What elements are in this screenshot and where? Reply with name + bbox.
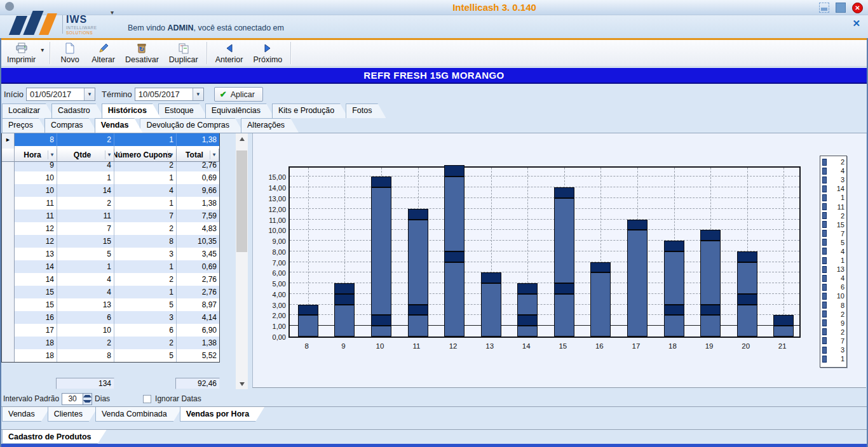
bar-segment-dark	[334, 294, 355, 305]
cell-hora: 15	[15, 298, 57, 311]
table-row[interactable]: 18221,38	[2, 337, 219, 349]
cell-qtde: 1	[57, 171, 114, 184]
table-row[interactable]: 14110,69	[2, 260, 219, 273]
minimize-icon[interactable]	[819, 3, 829, 13]
novo-button[interactable]: Novo	[53, 40, 86, 66]
table-row[interactable]: 14422,76	[2, 273, 219, 286]
tab-vendas-por-hora[interactable]: Vendas por Hora	[180, 407, 264, 422]
legend-swatch-icon	[822, 221, 827, 228]
tab-fotos[interactable]: Fotos	[346, 103, 386, 118]
duplicar-button[interactable]: Duplicar	[164, 40, 203, 66]
legend-swatch-icon	[822, 177, 827, 183]
bar-segment-light	[408, 220, 428, 305]
tab-compras[interactable]: Compras	[44, 118, 97, 133]
legend-value: 8	[829, 302, 844, 309]
scrollbar-thumb[interactable]	[236, 150, 247, 252]
tab-clientes[interactable]: Clientes	[48, 407, 98, 422]
tab-precos[interactable]: Preços	[2, 118, 47, 133]
cell-qtde: 7	[57, 222, 114, 235]
x-axis-tick-label: 13	[476, 342, 504, 350]
table-row[interactable]: 15412,76	[2, 286, 219, 298]
column-filter-caret-icon[interactable]: ▾	[105, 150, 113, 159]
tab-kits-e-producao[interactable]: Kits e Produção	[272, 103, 348, 118]
child-close-icon[interactable]: ✕	[852, 18, 860, 29]
bar-segment-dark	[334, 283, 355, 294]
tab-venda-combinada[interactable]: Venda Combinada	[95, 407, 182, 422]
table-row[interactable]: 151358,97	[2, 298, 219, 311]
x-axis-tick-label: 19	[695, 342, 723, 350]
tab-alteracoes[interactable]: Alterações	[241, 118, 299, 133]
tab-equivalencias[interactable]: Equivalências	[205, 103, 275, 118]
chart-plot-area	[288, 166, 801, 338]
table-row[interactable]: 171066,90	[2, 324, 219, 337]
spinner-up-icon[interactable]	[83, 394, 92, 399]
logo-menu-caret-icon[interactable]: ▾	[111, 9, 114, 16]
anterior-button[interactable]: Anterior	[210, 40, 248, 66]
tab-historicos[interactable]: Históricos	[102, 103, 161, 118]
interval-value[interactable]: 30	[62, 393, 83, 405]
legend-swatch-icon	[822, 293, 827, 300]
column-header-total[interactable]: Total▾	[177, 149, 219, 162]
imprimir-button[interactable]: Imprimir	[2, 40, 41, 66]
legend-swatch-icon	[822, 284, 827, 291]
x-axis-tick-label: 9	[329, 342, 357, 350]
table-row[interactable]: 12724,83	[2, 222, 219, 235]
ignore-dates-checkbox[interactable]	[143, 395, 151, 403]
column-filter-caret-icon[interactable]: ▾	[167, 150, 175, 159]
scroll-down-icon[interactable]	[236, 378, 248, 389]
legend-item: 1	[822, 256, 844, 265]
table-row[interactable]: 1215810,35	[2, 235, 219, 248]
table-scrollbar[interactable]	[236, 133, 248, 389]
cell-total: 1,38	[177, 133, 219, 146]
spinner-down-icon[interactable]	[83, 399, 92, 404]
cell-qtde: 1	[57, 260, 114, 273]
bar-segment-dark	[408, 305, 428, 316]
close-icon[interactable]: ✕	[852, 3, 863, 13]
interval-spinner[interactable]: 30	[62, 393, 92, 405]
column-filter-caret-icon[interactable]: ▾	[48, 150, 56, 159]
table-row[interactable]: ►8211,38	[2, 133, 219, 146]
legend-value: 1	[829, 355, 844, 363]
table-row[interactable]: 18855,52	[2, 349, 219, 362]
column-filter-caret-icon[interactable]: ▾	[210, 150, 218, 159]
tab-cadastro[interactable]: Cadastro	[51, 103, 104, 118]
apply-button[interactable]: ✔ Aplicar	[214, 87, 263, 102]
cell-qtde: 5	[57, 248, 114, 260]
column-header-qtde[interactable]: Qtde▾	[57, 149, 114, 162]
tab-localizar[interactable]: Localizar	[2, 103, 54, 118]
table-row[interactable]: 101449,66	[2, 184, 219, 197]
y-axis-tick-label: 3,00	[257, 302, 286, 309]
table-row[interactable]: 10110,69	[2, 171, 219, 184]
column-header-hora[interactable]: Hora▾	[15, 149, 57, 162]
legend-swatch-icon	[822, 266, 827, 273]
table-row[interactable]: 13533,45	[2, 248, 219, 260]
start-date-input[interactable]: 01/05/2017 ▾	[26, 88, 95, 101]
table-row[interactable]: 16634,14	[2, 311, 219, 324]
table-row[interactable]: 111177,59	[2, 210, 219, 222]
tab-vendas[interactable]: Vendas	[2, 407, 50, 422]
maximize-icon[interactable]	[836, 3, 846, 13]
end-date-input[interactable]: 10/05/2017 ▾	[135, 88, 204, 101]
cell-hora: 17	[15, 324, 57, 337]
cell-hora: 10	[15, 184, 57, 197]
proximo-button[interactable]: Próximo	[248, 40, 287, 66]
end-date-dropdown-icon[interactable]: ▾	[193, 88, 203, 100]
cell-hora: 11	[15, 210, 57, 222]
cell-total: 10,35	[177, 235, 219, 248]
column-header-numero-cupons[interactable]: Número Cupons▾	[114, 149, 177, 162]
scroll-up-icon[interactable]	[236, 133, 248, 144]
cell-hora: 12	[15, 222, 57, 235]
tab-devolucao-de-compras[interactable]: Devolução de Compras	[140, 118, 243, 133]
indicator-column-header	[2, 149, 15, 162]
legend-value: 13	[829, 265, 844, 273]
desativar-button[interactable]: ↻Desativar	[120, 40, 164, 66]
tab-cadastro-de-produtos[interactable]: Cadastro de Produtos	[2, 430, 107, 444]
tab-estoque[interactable]: Estoque	[158, 103, 208, 118]
tab-vendas[interactable]: Vendas	[95, 118, 143, 133]
legend-value: 4	[829, 248, 844, 255]
start-date-dropdown-icon[interactable]: ▾	[84, 88, 95, 100]
table-row[interactable]: 11211,38	[2, 197, 219, 210]
print-dropdown-caret-icon[interactable]: ▾	[41, 46, 46, 60]
alterar-button[interactable]: Alterar	[86, 40, 120, 66]
window-title: Intellicash 3. 0.140	[0, 2, 868, 13]
